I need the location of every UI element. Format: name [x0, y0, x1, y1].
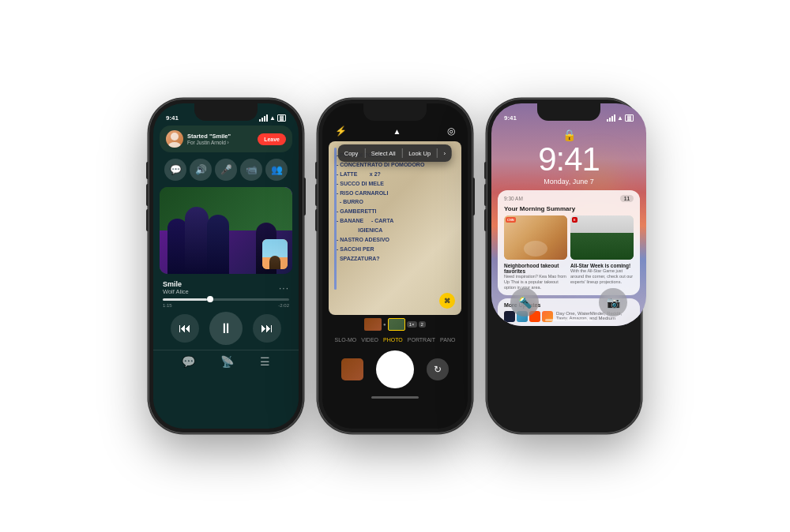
- lock-icon: 🔒: [491, 129, 646, 141]
- phone-right-screen: 9:41 ▲ ▓ 🔒 9:41 Monday, June 7: [491, 103, 646, 326]
- bottom-bar: 💬 📡 ☰: [153, 350, 299, 373]
- volume-down-button[interactable]: [315, 209, 318, 231]
- mode-photo[interactable]: PHOTO: [383, 337, 403, 343]
- forward-button[interactable]: ⏭: [253, 314, 281, 343]
- mic-button[interactable]: 🎤: [215, 159, 237, 181]
- progress-fill: [163, 298, 207, 301]
- queue-button[interactable]: ☰: [260, 355, 270, 368]
- flash-icon[interactable]: ⚡: [335, 126, 347, 137]
- lock-screen-date: Monday, June 7: [491, 178, 646, 185]
- mode-slomo[interactable]: SLO-MO: [335, 337, 357, 343]
- article1-title: Neighborhood takeout favorites: [504, 263, 567, 274]
- svg-point-0: [171, 133, 179, 140]
- article2-text: With the All-Star Game just around the c…: [570, 268, 634, 285]
- track-info: Smile Wolf Alice ···: [153, 275, 299, 297]
- rewind-button[interactable]: ⏮: [171, 314, 199, 343]
- svg-point-1: [168, 142, 181, 148]
- pause-button[interactable]: ⏸: [209, 312, 243, 345]
- video-button[interactable]: 📹: [240, 159, 262, 181]
- note-background: - PETTI DI POLLO - CONCENTRATO DI POMODO…: [329, 141, 461, 315]
- camera-button[interactable]: 📷: [599, 288, 627, 317]
- photo-thumbnails: ● 1× 2: [322, 315, 468, 334]
- mode-portrait[interactable]: PORTRAIT: [408, 337, 435, 343]
- status-icons: ▲ ▓: [607, 114, 634, 122]
- mute-button[interactable]: [315, 162, 318, 179]
- shareplay-title: Started "Smile": [187, 133, 231, 140]
- photo-thumb-2[interactable]: [388, 318, 405, 331]
- camera-mode-selector: SLO-MO VIDEO PHOTO PORTRAIT PANO: [322, 334, 468, 346]
- settings-chevron[interactable]: ▲: [393, 127, 401, 136]
- note-line-7: - GAMBERETTI: [337, 207, 453, 216]
- people-button[interactable]: 👥: [265, 159, 288, 181]
- phone-right: 9:41 ▲ ▓ 🔒 9:41 Monday, June 7: [487, 99, 641, 433]
- note-content: - PETTI DI POLLO - CONCENTRATO DI POMODO…: [329, 141, 461, 315]
- shutter-row: ↻: [322, 346, 468, 393]
- signal-icon: [607, 114, 615, 122]
- progress-bar[interactable]: [153, 297, 299, 302]
- gallery-thumbnail[interactable]: [341, 358, 363, 380]
- phone-left-screen: 9:41 ▲ ▓: [153, 103, 299, 429]
- track-text: Smile Wolf Alice: [163, 280, 189, 295]
- shareplay-banner: Started "Smile" For Justin Arnold › Leav…: [160, 126, 292, 152]
- note-line-6: - BURRO: [337, 197, 453, 207]
- message-button[interactable]: 💬: [164, 159, 186, 181]
- wifi-icon: ▲: [269, 114, 276, 122]
- volume-up-button[interactable]: [146, 184, 149, 206]
- wifi-icon: ▲: [617, 114, 623, 122]
- time-row: 1:15 -2:02: [153, 302, 299, 309]
- volume-down-button[interactable]: [484, 209, 487, 231]
- copy-menu-item[interactable]: Copy: [344, 150, 359, 157]
- lyrics-button[interactable]: 💬: [182, 355, 195, 368]
- article1-caption: Neighborhood takeout favorites Need insp…: [504, 263, 567, 290]
- look-up-menu-item[interactable]: Look Up: [408, 150, 431, 157]
- select-all-menu-item[interactable]: Select All: [371, 150, 396, 157]
- mute-button[interactable]: [484, 162, 487, 179]
- time-elapsed: 1:15: [163, 303, 172, 308]
- power-button[interactable]: [472, 178, 475, 215]
- airplay-button[interactable]: 📡: [220, 355, 234, 368]
- text-selection-indicator: [334, 148, 337, 290]
- context-menu: Copy Select All Look Up ›: [338, 144, 452, 162]
- notch: [363, 103, 427, 121]
- mode-pano[interactable]: PANO: [440, 337, 455, 343]
- participant-thumbnail: [262, 239, 288, 269]
- progress-track[interactable]: [163, 298, 289, 301]
- signal-icon: [259, 114, 268, 122]
- audio-button[interactable]: 🔊: [190, 159, 212, 181]
- facetime-controls: 💬 🔊 🎤 📹 👥: [153, 154, 299, 185]
- notification-captions: Neighborhood takeout favorites Need insp…: [504, 263, 634, 290]
- flip-camera-button[interactable]: ↻: [427, 358, 449, 380]
- power-button[interactable]: [303, 178, 306, 215]
- note-line-11: - SACCHI PER: [337, 245, 453, 254]
- mute-button[interactable]: [146, 162, 149, 179]
- notch: [194, 103, 258, 121]
- album-art: [160, 187, 292, 274]
- phones-showcase: 9:41 ▲ ▓: [133, 83, 657, 449]
- volume-up-button[interactable]: [315, 184, 318, 206]
- leave-button[interactable]: Leave: [258, 133, 286, 145]
- shutter-button[interactable]: [376, 350, 414, 388]
- article2-caption: All-Star Week is coming! With the All-St…: [570, 263, 634, 290]
- note-line-12: SPAZZATURA?: [337, 254, 453, 264]
- flashlight-button[interactable]: 🔦: [510, 288, 539, 317]
- live-text-badge[interactable]: ⌘: [439, 293, 455, 309]
- volume-down-button[interactable]: [146, 209, 149, 231]
- note-line-8: - BANANE - CARTA: [337, 216, 453, 226]
- live-text-overlay: - PETTI DI POLLO - CONCENTRATO DI POMODO…: [329, 141, 461, 315]
- volume-up-button[interactable]: [484, 184, 487, 206]
- phone-center: ⚡ ▲ ◎ - PETTI DI POLLO - CONCENTRATO DI …: [318, 99, 472, 433]
- article2-title: All-Star Week is coming!: [570, 263, 634, 268]
- notification-title: Your Morning Summary: [504, 205, 634, 212]
- live-photo-button[interactable]: ◎: [447, 126, 455, 137]
- menu-more-arrow[interactable]: ›: [444, 150, 446, 157]
- playback-controls: ⏮ ⏸ ⏭: [153, 309, 299, 348]
- more-options-button[interactable]: ···: [279, 283, 289, 294]
- notch: [537, 103, 600, 121]
- avatar: [166, 130, 183, 148]
- morning-summary-notification[interactable]: 9:30 AM 11 Your Morning Summary CNN: [498, 190, 640, 295]
- photo-thumb-1[interactable]: [364, 318, 382, 331]
- notification-time: 9:30 AM: [504, 196, 523, 201]
- mode-video[interactable]: VIDEO: [361, 337, 378, 343]
- lock-screen-time: 9:41: [491, 143, 646, 176]
- note-line-10: - NASTRO ADESIVO: [337, 235, 453, 245]
